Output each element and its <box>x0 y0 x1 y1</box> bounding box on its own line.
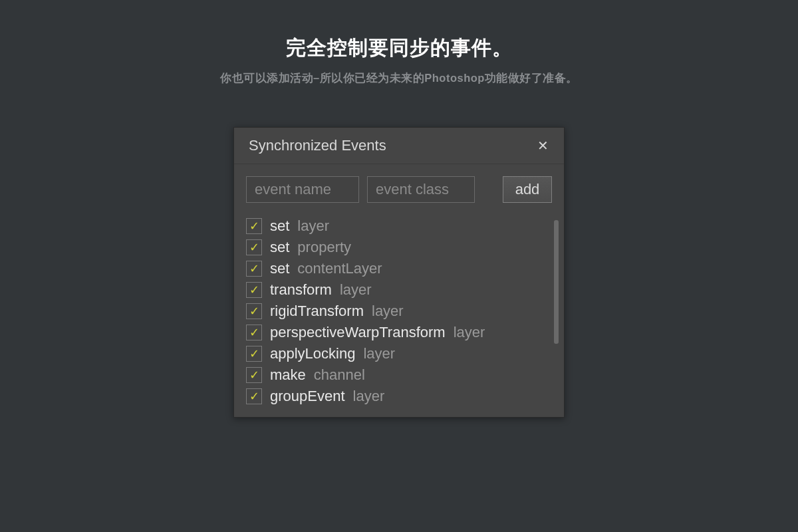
event-class-label: layer <box>353 388 385 405</box>
event-class-label: channel <box>314 366 365 384</box>
add-button[interactable]: add <box>503 176 552 203</box>
event-checkbox[interactable]: ✓ <box>246 261 262 277</box>
event-row: ✓setlayer <box>246 217 543 235</box>
event-class-label: layer <box>340 281 372 299</box>
event-checkbox[interactable]: ✓ <box>246 218 262 234</box>
event-checkbox[interactable]: ✓ <box>246 388 262 404</box>
input-row: add <box>246 176 552 203</box>
panel-header: Synchronized Events ✕ <box>234 128 564 164</box>
event-name-label: rigidTransform <box>270 303 364 320</box>
close-icon[interactable]: ✕ <box>535 138 551 154</box>
sync-events-panel: Synchronized Events ✕ add ✓setlayer✓setp… <box>233 127 565 418</box>
event-name-label: set <box>270 239 289 256</box>
checkmark-icon: ✓ <box>249 348 259 360</box>
event-row: ✓setcontentLayer <box>246 260 543 277</box>
checkmark-icon: ✓ <box>249 241 259 253</box>
event-name-label: perspectiveWarpTransform <box>270 324 446 341</box>
event-class-label: layer <box>454 324 485 341</box>
checkmark-icon: ✓ <box>249 390 259 402</box>
event-name-label: set <box>270 260 289 277</box>
event-row: ✓applyLockinglayer <box>246 345 543 362</box>
panel-body: add ✓setlayer✓setproperty✓setcontentLaye… <box>234 164 564 417</box>
event-checkbox[interactable]: ✓ <box>246 239 262 255</box>
event-checkbox[interactable]: ✓ <box>246 367 262 383</box>
event-checkbox[interactable]: ✓ <box>246 325 262 340</box>
checkmark-icon: ✓ <box>249 263 259 275</box>
event-class-label: layer <box>363 345 395 362</box>
event-list: ✓setlayer✓setproperty✓setcontentLayer✓tr… <box>246 217 552 405</box>
event-checkbox[interactable]: ✓ <box>246 303 262 319</box>
checkmark-icon: ✓ <box>249 284 259 296</box>
event-name-label: make <box>270 366 306 384</box>
checkmark-icon: ✓ <box>249 305 259 317</box>
checkmark-icon: ✓ <box>249 369 259 381</box>
panel-title: Synchronized Events <box>249 137 386 154</box>
checkmark-icon: ✓ <box>249 327 259 338</box>
event-class-label: contentLayer <box>297 260 382 277</box>
event-name-label: set <box>270 217 289 235</box>
event-class-label: layer <box>372 303 404 320</box>
event-checkbox[interactable]: ✓ <box>246 346 262 362</box>
event-row: ✓perspectiveWarpTransformlayer <box>246 324 543 341</box>
checkmark-icon: ✓ <box>249 220 259 232</box>
event-row: ✓rigidTransformlayer <box>246 303 543 320</box>
event-checkbox[interactable]: ✓ <box>246 282 262 298</box>
event-name-label: transform <box>270 281 332 299</box>
event-name-label: applyLocking <box>270 345 355 362</box>
event-row: ✓groupEventlayer <box>246 388 543 405</box>
event-class-label: layer <box>297 217 329 235</box>
event-name-label: groupEvent <box>270 388 345 405</box>
event-row: ✓transformlayer <box>246 281 543 299</box>
page-subheadline: 你也可以添加活动–所以你已经为未来的Photoshop功能做好了准备。 <box>220 71 578 86</box>
page-headline: 完全控制要同步的事件。 <box>286 35 513 62</box>
event-class-input[interactable] <box>367 176 475 203</box>
event-row: ✓makechannel <box>246 366 543 384</box>
event-name-input[interactable] <box>246 176 359 203</box>
scrollbar-thumb[interactable] <box>554 220 559 344</box>
event-class-label: property <box>297 239 351 256</box>
event-row: ✓setproperty <box>246 239 543 256</box>
